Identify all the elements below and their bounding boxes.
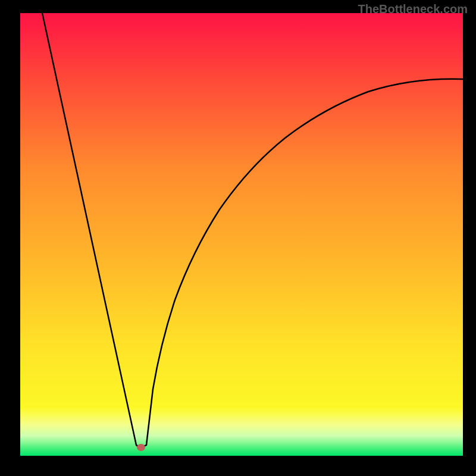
gradient-background <box>20 13 463 456</box>
watermark-text: TheBottleneck.com <box>358 2 468 16</box>
chart-frame: TheBottleneck.com <box>0 0 476 476</box>
chart-svg <box>20 13 463 456</box>
plot-area <box>20 13 463 456</box>
minimum-marker <box>137 444 145 451</box>
